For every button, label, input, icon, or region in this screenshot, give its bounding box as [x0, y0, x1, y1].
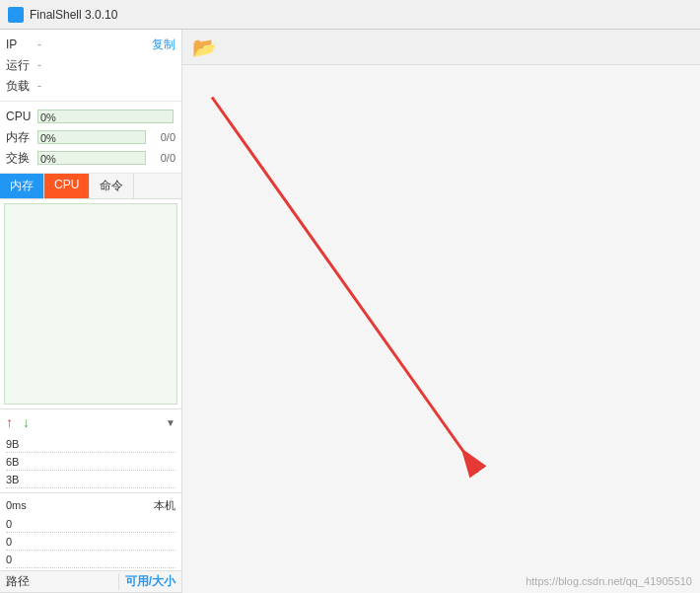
network-values: 9B 6B 3B [6, 433, 175, 490]
ip-label: IP [6, 37, 35, 51]
main-layout: IP - 复制 运行 - 负载 - CPU 0% [0, 30, 700, 593]
folder-icon: 📂 [192, 36, 217, 59]
watermark: https://blog.csdn.net/qq_41905510 [525, 575, 692, 587]
download-arrow-icon: ↓ [23, 414, 30, 430]
chart-area [4, 203, 177, 405]
ping-host: 本机 [154, 498, 175, 513]
ip-row: IP - 复制 [6, 35, 175, 54]
tab-memory[interactable]: 内存 [0, 174, 44, 198]
content-area: 📂 [182, 30, 700, 593]
load-label: 负载 [6, 78, 35, 95]
network-value-3b: 3B [6, 471, 175, 488]
run-label: 运行 [6, 57, 35, 74]
swap-value: 0% [40, 152, 56, 166]
ping-header: 0ms 本机 [6, 495, 175, 515]
swap-row: 交换 0% 0/0 [6, 148, 175, 168]
run-row: 运行 - [6, 55, 175, 75]
network-section: ↑ ↓ ▼ 9B 6B 3B [0, 408, 181, 492]
cpu-value: 0% [40, 111, 56, 124]
dropdown-arrow-icon[interactable]: ▼ [166, 417, 175, 428]
ping-row-2: 0 [6, 533, 175, 551]
swap-ratio: 0/0 [148, 152, 175, 164]
toolbar: 📂 [182, 30, 700, 65]
content-body [182, 65, 700, 593]
open-folder-button[interactable]: 📂 [190, 34, 218, 61]
ping-row-1: 0 [6, 515, 175, 533]
memory-value: 0% [40, 131, 56, 145]
load-row: 负载 - [6, 76, 175, 96]
memory-row: 内存 0% 0/0 [6, 127, 175, 147]
network-value-9b: 9B [6, 435, 175, 453]
cpu-section: CPU 0% 内存 0% 0/0 交换 0% [0, 102, 181, 174]
swap-progress-bar: 0% [37, 151, 146, 165]
ping-row-3: 0 [6, 551, 175, 568]
tab-command[interactable]: 命令 [90, 174, 134, 198]
svg-line-1 [212, 98, 478, 473]
title-bar: FinalShell 3.0.10 [0, 0, 700, 30]
cpu-row: CPU 0% [6, 107, 175, 126]
disk-header: 路径 可用/大小 [0, 571, 181, 593]
sidebar: IP - 复制 运行 - 负载 - CPU 0% [0, 30, 182, 593]
run-separator: - [37, 58, 41, 72]
tab-bar: 内存 CPU 命令 [0, 174, 181, 199]
info-section: IP - 复制 运行 - 负载 - [0, 30, 181, 102]
disk-section: 路径 可用/大小 [0, 570, 181, 593]
disk-path-label: 路径 [0, 573, 119, 590]
network-value-6b: 6B [6, 453, 175, 471]
upload-arrow-icon: ↑ [6, 414, 13, 430]
app-icon [8, 7, 24, 23]
network-header: ↑ ↓ ▼ [6, 411, 175, 433]
ping-value: 0ms [6, 499, 27, 511]
copy-button[interactable]: 复制 [152, 37, 175, 53]
cpu-label: CPU [6, 110, 35, 123]
app-title: FinalShell 3.0.10 [30, 8, 117, 22]
annotation-arrow [182, 65, 700, 593]
swap-label: 交换 [6, 150, 35, 167]
cpu-progress-bar: 0% [37, 110, 174, 123]
memory-ratio: 0/0 [148, 131, 175, 143]
ping-section: 0ms 本机 0 0 0 [0, 492, 181, 570]
ip-separator: - [37, 37, 41, 51]
tab-cpu[interactable]: CPU [44, 174, 90, 198]
memory-progress-bar: 0% [37, 130, 146, 144]
memory-label: 内存 [6, 129, 35, 146]
load-separator: - [37, 79, 41, 93]
disk-avail-label: 可用/大小 [119, 573, 181, 590]
